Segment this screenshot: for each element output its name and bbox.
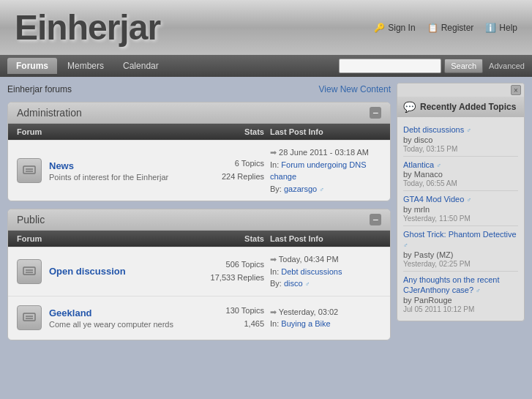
sidebar-topics-list: Debt discussions ♂ by disco Today, 03:15… <box>397 117 524 321</box>
nav-calendar[interactable]: Calendar <box>114 58 168 74</box>
search-button[interactable]: Search <box>444 59 483 73</box>
col-lastpost-2: Last Post Info <box>264 234 381 243</box>
administration-title: Administration <box>17 107 82 119</box>
sign-in-link[interactable]: 🔑 Sign In <box>374 23 415 33</box>
sidebar-topic-by-4: by PanRouge <box>403 296 518 305</box>
sidebar-topic-1: Atlantica ♂ by Manaco Today, 06:55 AM <box>403 157 518 192</box>
open-forum-icon <box>17 259 42 284</box>
administration-section: Administration − Forum Stats Last Post I… <box>7 102 391 201</box>
open-lastpost: ➡ Today, 04:34 PM In: Debt discussions B… <box>264 253 381 290</box>
nav-forums[interactable]: Forums <box>7 58 57 74</box>
sidebar-topic-by-3: by Pasty (MZ) <box>403 250 518 259</box>
gender-icon-4: ♂ <box>476 287 481 294</box>
geekland-lastpost: ➡ Yesterday, 03:02 In: Buying a Bike <box>264 306 381 330</box>
arrow-icon: ➡ <box>270 148 279 157</box>
geekland-forum-details: Geekland Come all ye weary computer nerd… <box>49 307 173 329</box>
sidebar-topic-time-2: Yesterday, 11:50 PM <box>403 215 518 223</box>
news-replies: 224 Replies <box>191 171 264 184</box>
close-button[interactable]: × <box>511 85 521 95</box>
administration-toggle[interactable]: − <box>370 107 381 119</box>
col-forum-2: Forum <box>17 234 191 243</box>
sidebar-topic-link-0[interactable]: Debt discussions ♂ <box>403 124 518 135</box>
navbar: Forums Members Calendar Search Advanced <box>0 55 532 77</box>
geekland-forum-desc: Come all ye weary computer nerds <box>49 320 173 329</box>
sidebar-topic-2: GTA4 Mod Video ♂ by mrln Yesterday, 11:5… <box>403 191 518 226</box>
nav-members[interactable]: Members <box>59 58 113 74</box>
sidebar-topic-link-1[interactable]: Atlantica ♂ <box>403 160 518 171</box>
open-lastpost-in: In: Debt discussions <box>270 266 381 278</box>
help-link[interactable]: ℹ️ Help <box>485 23 517 33</box>
news-lastpost-user[interactable]: gazarsgo <box>284 184 317 193</box>
search-input[interactable] <box>339 59 441 73</box>
open-lastpost-by: By: disco ♂ <box>270 277 381 290</box>
public-toggle[interactable]: − <box>370 214 381 225</box>
register-icon: 📋 <box>427 23 438 33</box>
header-links: 🔑 Sign In 📋 Register ℹ️ Help <box>374 23 517 33</box>
advanced-link[interactable]: Advanced <box>489 61 525 70</box>
open-forum-info: Open discussion <box>17 259 191 284</box>
search-area: Search Advanced <box>339 59 525 73</box>
gender-icon-0: ♂ <box>466 127 471 134</box>
sidebar-topic-link-4[interactable]: Any thoughts on the recent CJerAnthony c… <box>403 275 518 296</box>
open-forum-details: Open discussion <box>49 266 126 277</box>
news-topics: 6 Topics <box>191 157 264 171</box>
svg-rect-0 <box>23 166 35 174</box>
news-forum-name[interactable]: News <box>49 160 168 171</box>
help-icon: ℹ️ <box>485 23 496 33</box>
sidebar-header: 💬 Recently Added Topics <box>397 97 524 117</box>
svg-rect-3 <box>23 267 35 275</box>
news-forum-info: News Points of interest for the Einherja… <box>17 158 191 183</box>
sidebar-topic-link-3[interactable]: Ghost Trick: Phantom Detective ♂ <box>403 229 518 250</box>
geekland-forum-name[interactable]: Geekland <box>49 307 173 318</box>
geekland-lastpost-date: ➡ Yesterday, 03:02 <box>270 306 381 318</box>
open-lastpost-user[interactable]: disco <box>284 279 303 288</box>
sidebar-close-bar: × <box>397 83 524 97</box>
geekland-lastpost-topic[interactable]: Buying a Bike <box>281 319 330 328</box>
col-lastpost-1: Last Post Info <box>264 127 381 136</box>
open-forum-name[interactable]: Open discussion <box>49 266 126 277</box>
geekland-forum-stats: 130 Topics 1,465 <box>191 305 264 330</box>
nav-links: Forums Members Calendar <box>7 58 168 74</box>
recently-added-icon: 💬 <box>403 101 416 113</box>
recently-added-title: Recently Added Topics <box>420 102 516 112</box>
public-title: Public <box>17 214 45 225</box>
news-forum-stats: 6 Topics 224 Replies <box>191 157 264 183</box>
sidebar-topic-by-2: by mrln <box>403 205 518 214</box>
left-content: Einherjar forums View New Content Admini… <box>7 83 391 393</box>
news-lastpost-by: By: gazarsgo ♂ <box>270 183 381 195</box>
sidebar-topic-link-2[interactable]: GTA4 Mod Video ♂ <box>403 194 518 205</box>
male-gender-icon: ♂ <box>319 186 324 193</box>
sidebar-topic-by-1: by Manaco <box>403 170 518 179</box>
sidebar-topic-time-0: Today, 03:15 PM <box>403 145 518 153</box>
view-new-content-link[interactable]: View New Content <box>319 84 391 94</box>
register-link[interactable]: 📋 Register <box>427 23 474 33</box>
geekland-forum-icon <box>17 305 42 330</box>
arrow-icon-3: ➡ <box>270 307 279 316</box>
news-lastpost-in: In: Forum undergoing DNS change <box>270 159 381 183</box>
right-sidebar: × 💬 Recently Added Topics Debt discussio… <box>397 83 525 393</box>
sidebar-topic-3: Ghost Trick: Phantom Detective ♂ by Past… <box>403 226 518 272</box>
breadcrumb: Einherjar forums <box>7 84 72 94</box>
news-forum-icon <box>17 158 42 183</box>
site-title: Einherjar <box>15 7 160 48</box>
gender-icon-1: ♂ <box>436 162 441 169</box>
header: Einherjar 🔑 Sign In 📋 Register ℹ️ Help <box>0 0 532 55</box>
open-topics: 506 Topics <box>191 258 264 272</box>
arrow-icon-2: ➡ <box>270 255 279 264</box>
news-lastpost-date: ➡ 28 June 2011 - 03:18 AM <box>270 146 381 159</box>
open-discussion-row: Open discussion 506 Topics 17,533 Replie… <box>8 247 390 296</box>
col-forum-1: Forum <box>17 127 191 136</box>
geekland-forum-info: Geekland Come all ye weary computer nerd… <box>17 305 191 330</box>
sidebar-topic-0: Debt discussions ♂ by disco Today, 03:15… <box>403 122 518 157</box>
news-forum-row: News Points of interest for the Einherja… <box>8 140 390 201</box>
news-forum-details: News Points of interest for the Einherja… <box>49 160 168 182</box>
public-table-header: Forum Stats Last Post Info <box>8 231 390 247</box>
open-replies: 17,533 Replies <box>191 272 264 285</box>
open-forum-stats: 506 Topics 17,533 Replies <box>191 258 264 284</box>
key-icon: 🔑 <box>374 23 385 33</box>
col-stats-1: Stats <box>191 127 264 136</box>
open-lastpost-topic[interactable]: Debt discussions <box>281 267 342 276</box>
news-forum-desc: Points of interest for the Einherjar <box>49 173 168 182</box>
sidebar-topic-4: Any thoughts on the recent CJerAnthony c… <box>403 272 518 316</box>
news-lastpost-topic[interactable]: Forum undergoing DNS change <box>270 160 366 182</box>
